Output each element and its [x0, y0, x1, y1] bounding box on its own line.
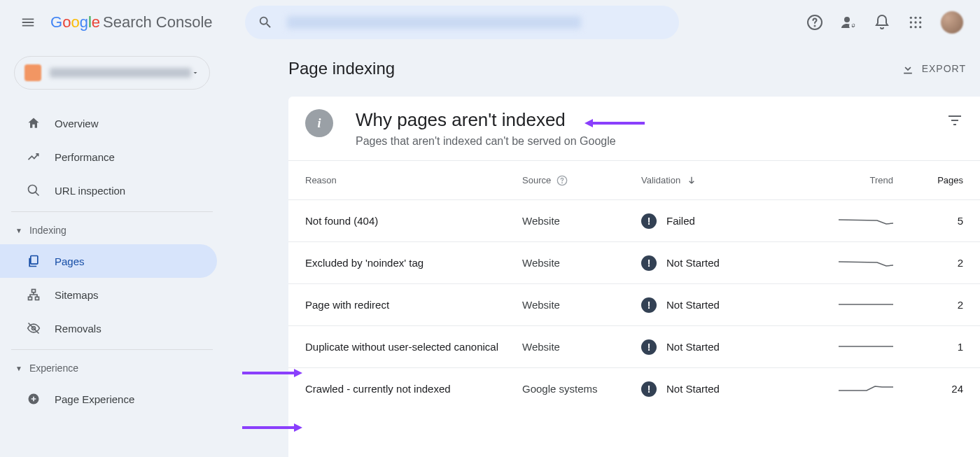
cell-reason: Duplicate without user-selected canonica…: [305, 339, 522, 354]
divider: [11, 211, 213, 212]
product-logo[interactable]: Google Search Console: [50, 13, 213, 31]
filter-button[interactable]: [946, 112, 963, 132]
cell-source: Website: [522, 341, 641, 353]
users-settings-button[interactable]: [840, 14, 857, 31]
reasons-table: Reason Source Validation Trend Pages Not…: [288, 160, 980, 457]
account-avatar[interactable]: [941, 11, 963, 34]
help-button[interactable]: [806, 14, 823, 31]
col-header-trend: Trend: [795, 175, 900, 185]
svg-point-8: [910, 26, 912, 28]
table-row[interactable]: Duplicate without user-selected canonica…: [288, 325, 980, 367]
svg-rect-12: [31, 256, 38, 265]
cell-pages: 1: [900, 341, 963, 353]
google-wordmark: Google: [50, 13, 100, 31]
property-selector[interactable]: [14, 56, 210, 90]
sidebar-group-label: Experience: [29, 363, 78, 374]
visibility-off-icon: [25, 321, 42, 335]
svg-point-7: [919, 21, 921, 23]
sparkline-icon: [839, 298, 893, 312]
menu-icon: [20, 15, 36, 30]
cell-reason: Not found (404): [305, 215, 522, 227]
sidebar-group-label: Indexing: [29, 225, 66, 236]
cell-trend: [795, 298, 900, 312]
svg-point-11: [29, 185, 37, 194]
cell-validation: ! Failed: [641, 213, 795, 229]
table-row[interactable]: Not found (404) Website ! Failed 5: [288, 199, 980, 241]
sparkline-icon: [839, 340, 893, 354]
svg-point-3: [914, 17, 916, 19]
apps-grid-icon: [909, 15, 923, 29]
cell-trend: [795, 382, 900, 396]
circle-plus-icon: [25, 392, 42, 406]
sidebar-item-performance[interactable]: Performance: [0, 140, 224, 174]
info-icon: i: [305, 109, 333, 137]
sidebar-group-experience[interactable]: ▼ Experience: [0, 354, 224, 382]
sidebar: Overview Performance URL inspection ▼ In…: [0, 45, 224, 457]
svg-rect-13: [32, 290, 36, 293]
sidebar-item-label: Sitemaps: [55, 289, 99, 301]
table-row[interactable]: Crawled - currently not indexed Google s…: [288, 367, 980, 409]
user-gear-icon: [840, 14, 857, 31]
sidebar-item-url-inspection[interactable]: URL inspection: [0, 174, 224, 207]
main-content: Page indexing EXPORT i Why pages aren't …: [224, 45, 980, 457]
error-icon: !: [641, 339, 657, 355]
url-inspection-search[interactable]: [245, 6, 679, 39]
bell-icon: [874, 14, 890, 31]
col-header-pages: Pages: [900, 175, 963, 185]
sidebar-item-label: URL inspection: [55, 185, 125, 197]
card-subtitle: Pages that aren't indexed can't be serve…: [356, 135, 616, 148]
chevron-down-icon: ▼: [15, 365, 22, 372]
sort-arrow-down-icon: [686, 175, 697, 186]
cell-trend: [795, 214, 900, 228]
svg-point-4: [919, 17, 921, 19]
pages-icon: [25, 254, 42, 268]
export-label: EXPORT: [922, 63, 966, 74]
cell-pages: 24: [900, 383, 963, 395]
sparkline-icon: [839, 214, 893, 228]
cell-reason: Excluded by 'noindex' tag: [305, 257, 522, 269]
sidebar-item-overview[interactable]: Overview: [0, 106, 224, 140]
property-name-redacted: [50, 68, 191, 78]
cell-trend: [795, 340, 900, 354]
cell-source: Website: [522, 299, 641, 311]
table-row[interactable]: Page with redirect Website ! Not Started…: [288, 283, 980, 325]
export-button[interactable]: EXPORT: [901, 62, 966, 76]
apps-button[interactable]: [907, 14, 924, 31]
home-icon: [25, 116, 42, 130]
svg-rect-14: [29, 297, 32, 300]
sparkline-icon: [839, 382, 893, 396]
product-name: Search Console: [103, 13, 213, 31]
search-input-redacted: [287, 16, 581, 29]
svg-point-9: [914, 26, 916, 28]
col-header-reason: Reason: [305, 175, 522, 185]
sidebar-item-pages[interactable]: Pages: [0, 244, 217, 278]
table-row[interactable]: Excluded by 'noindex' tag Website ! Not …: [288, 241, 980, 283]
page-title: Page indexing: [288, 59, 395, 78]
cell-source: Website: [522, 257, 641, 269]
header-actions: [806, 11, 963, 34]
hamburger-menu-button[interactable]: [11, 6, 45, 39]
chevron-down-icon: ▼: [15, 227, 22, 234]
card-title: Why pages aren't indexed: [356, 109, 616, 131]
svg-point-2: [910, 17, 912, 19]
sidebar-item-label: Pages: [55, 255, 85, 267]
search-icon: [258, 15, 273, 30]
sidebar-item-page-experience[interactable]: Page Experience: [0, 382, 224, 416]
sidebar-item-label: Removals: [55, 323, 102, 335]
sidebar-item-label: Overview: [55, 118, 99, 129]
cell-reason: Crawled - currently not indexed: [305, 383, 522, 395]
sidebar-group-indexing[interactable]: ▼ Indexing: [0, 216, 224, 244]
help-icon[interactable]: [556, 175, 568, 186]
notifications-button[interactable]: [874, 14, 890, 31]
cell-pages: 2: [900, 299, 963, 311]
error-icon: !: [641, 381, 657, 397]
col-header-validation[interactable]: Validation: [641, 175, 795, 186]
chevron-down-icon: [191, 69, 200, 77]
cell-pages: 2: [900, 257, 963, 269]
cell-validation: ! Not Started: [641, 339, 795, 355]
filter-icon: [946, 112, 963, 129]
svg-rect-15: [36, 297, 39, 300]
cell-validation: ! Not Started: [641, 381, 795, 397]
sidebar-item-sitemaps[interactable]: Sitemaps: [0, 278, 224, 311]
sidebar-item-removals[interactable]: Removals: [0, 311, 224, 345]
